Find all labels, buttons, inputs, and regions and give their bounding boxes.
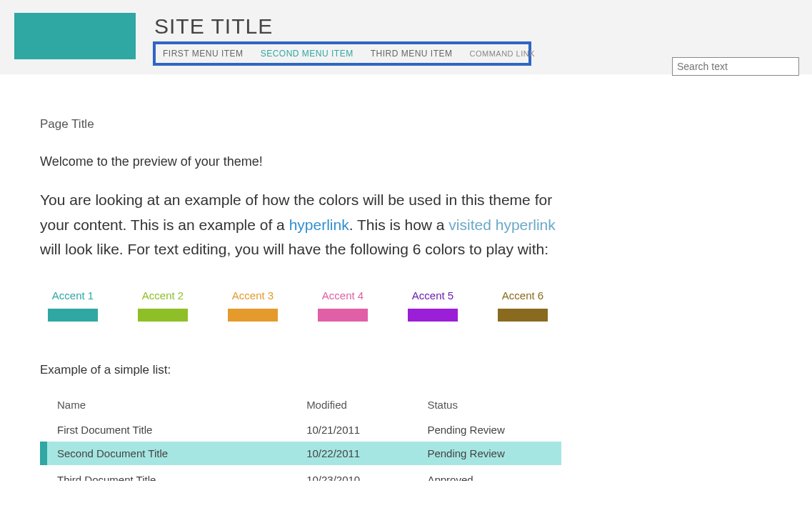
accent-3: Accent 3 bbox=[227, 289, 279, 322]
accent-5-label: Accent 5 bbox=[412, 289, 453, 302]
search-wrap bbox=[672, 57, 799, 76]
accent-6-label: Accent 6 bbox=[502, 289, 543, 302]
cell-name: Third Document Title bbox=[40, 465, 289, 481]
top-nav-highlight: FIRST MENU ITEM SECOND MENU ITEM THIRD M… bbox=[153, 41, 531, 66]
site-logo[interactable] bbox=[14, 13, 136, 59]
list-heading: Example of a simple list: bbox=[40, 363, 571, 377]
accent-2: Accent 2 bbox=[137, 289, 189, 322]
table-row-selected[interactable]: Second Document Title 10/22/2011 Pending… bbox=[40, 442, 561, 465]
accent-6: Accent 6 bbox=[497, 289, 548, 322]
table-row[interactable]: First Document Title 10/21/2011 Pending … bbox=[40, 418, 561, 442]
accent-1-swatch bbox=[48, 309, 98, 322]
nav-item-first[interactable]: FIRST MENU ITEM bbox=[163, 49, 244, 59]
accent-1: Accent 1 bbox=[47, 289, 99, 322]
cell-name: Second Document Title bbox=[40, 442, 289, 465]
accent-swatch-row: Accent 1 Accent 2 Accent 3 Accent 4 Acce… bbox=[40, 289, 571, 322]
accent-3-label: Accent 3 bbox=[232, 289, 274, 302]
table-header-row: Name Modified Status bbox=[40, 393, 561, 418]
cell-modified: 10/23/2010 bbox=[289, 465, 410, 481]
body-mid1: . This is how a bbox=[349, 216, 449, 233]
cell-status: Pending Review bbox=[410, 442, 561, 465]
site-title: SITE TITLE bbox=[153, 14, 812, 39]
accent-2-swatch bbox=[138, 309, 188, 322]
header-band: SITE TITLE FIRST MENU ITEM SECOND MENU I… bbox=[0, 0, 812, 74]
accent-4: Accent 4 bbox=[317, 289, 369, 322]
nav-item-second[interactable]: SECOND MENU ITEM bbox=[261, 49, 354, 59]
accent-5-swatch bbox=[408, 309, 458, 322]
theme-description: You are looking at an example of how the… bbox=[40, 188, 571, 262]
nav-command-link[interactable]: COMMAND LINK bbox=[469, 49, 535, 58]
cell-modified: 10/21/2011 bbox=[289, 418, 410, 442]
col-header-modified[interactable]: Modified bbox=[289, 393, 410, 418]
accent-6-swatch bbox=[498, 309, 548, 322]
cell-name: First Document Title bbox=[40, 418, 289, 442]
accent-4-swatch bbox=[318, 309, 368, 322]
cell-modified: 10/22/2011 bbox=[289, 442, 410, 465]
cell-status: Pending Review bbox=[410, 418, 561, 442]
accent-3-swatch bbox=[228, 309, 278, 322]
body-mid2: will look like. For text editing, you wi… bbox=[40, 241, 548, 257]
document-table: Name Modified Status First Document Titl… bbox=[40, 393, 561, 481]
nav-item-third[interactable]: THIRD MENU ITEM bbox=[371, 49, 453, 59]
example-hyperlink[interactable]: hyperlink bbox=[289, 216, 349, 233]
col-header-status[interactable]: Status bbox=[410, 393, 561, 418]
accent-1-label: Accent 1 bbox=[52, 289, 94, 302]
accent-5: Accent 5 bbox=[407, 289, 458, 322]
col-header-name[interactable]: Name bbox=[40, 393, 289, 418]
example-visited-hyperlink[interactable]: visited hyperlink bbox=[448, 216, 555, 233]
page-title: Page Title bbox=[40, 117, 571, 131]
search-input[interactable] bbox=[672, 57, 799, 76]
table-row[interactable]: Third Document Title 10/23/2010 Approved bbox=[40, 465, 561, 481]
cell-status: Approved bbox=[410, 465, 561, 481]
accent-2-label: Accent 2 bbox=[142, 289, 184, 302]
welcome-text: Welcome to the preview of your theme! bbox=[40, 154, 571, 169]
accent-4-label: Accent 4 bbox=[322, 289, 364, 302]
page-content: Page Title Welcome to the preview of you… bbox=[0, 74, 571, 481]
